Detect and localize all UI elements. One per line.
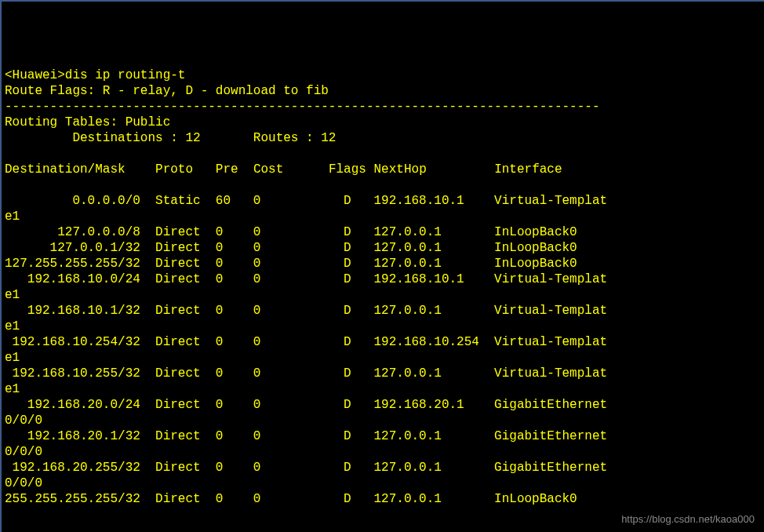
- separator-line: ----------------------------------------…: [5, 100, 600, 114]
- header-flags: Flags: [329, 162, 366, 177]
- header-cost: Cost: [253, 162, 283, 177]
- table-header-row: Destination/Mask Proto Pre Cost Flags Ne…: [5, 162, 562, 177]
- route-flags-legend: Route Flags: R - relay, D - download to …: [5, 84, 329, 98]
- cli-command[interactable]: dis ip routing-t: [65, 68, 186, 82]
- terminal-output: <Huawei>dis ip routing-t Route Flags: R …: [5, 67, 761, 507]
- header-nexthop: NextHop: [374, 162, 427, 177]
- watermark-text: https://blog.csdn.net/kaoa000: [621, 513, 755, 526]
- header-destination: Destination/Mask: [5, 162, 126, 177]
- header-interface: Interface: [494, 162, 562, 177]
- routing-table-body: 0.0.0.0/0 Static 60 0 D 192.168.10.1 Vir…: [5, 194, 607, 506]
- destinations-summary: Destinations : 12 Routes : 12: [5, 131, 336, 145]
- header-proto: Proto: [155, 162, 193, 177]
- routing-tables-title: Routing Tables: Public: [5, 115, 170, 129]
- cli-prompt: <Huawei>: [5, 68, 65, 82]
- header-pre: Pre: [216, 162, 238, 177]
